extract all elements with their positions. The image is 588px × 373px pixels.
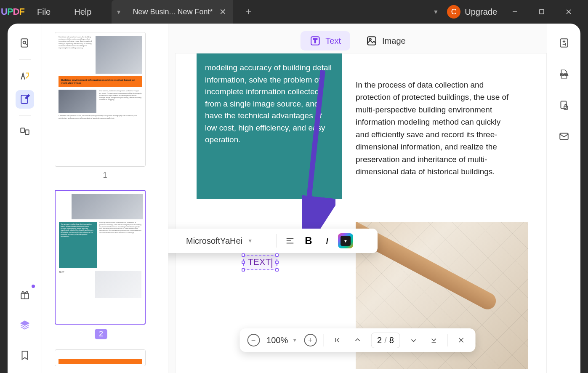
edit-mode-toolbar: T Text Image xyxy=(300,31,415,51)
search-tool[interactable] xyxy=(16,34,34,52)
thumb2-text-label: TEXT xyxy=(59,271,64,298)
page-thumbnail-2[interactable]: The present results show that through th… xyxy=(55,190,146,325)
svg-rect-8 xyxy=(21,128,24,133)
image-tool-label: Image xyxy=(382,36,406,46)
organize-tool[interactable] xyxy=(16,123,34,141)
close-window-button[interactable] xyxy=(559,5,578,19)
page-thumbnail-3[interactable] xyxy=(55,349,146,366)
main-area: Combined with practical cases, the build… xyxy=(8,24,580,373)
minimize-button[interactable] xyxy=(506,5,524,19)
text-icon: T xyxy=(309,35,320,46)
zoom-out-button[interactable]: − xyxy=(247,334,260,346)
svg-rect-14 xyxy=(367,37,376,45)
page-thumbnail-1[interactable]: Combined with practical cases, the build… xyxy=(55,32,146,167)
svg-rect-27 xyxy=(564,106,568,109)
maximize-button[interactable] xyxy=(532,5,551,19)
upgrade-button[interactable]: Upgrade xyxy=(465,7,497,17)
svg-text:PDF/A: PDF/A xyxy=(560,73,568,76)
page-sep: / xyxy=(384,336,387,345)
document-canvas: T Text Image modeling accuracy of buildi… xyxy=(168,24,547,373)
align-left-button[interactable] xyxy=(282,233,298,248)
convert-button[interactable] xyxy=(555,34,573,52)
gift-button[interactable] xyxy=(16,285,34,304)
menu-file[interactable]: File xyxy=(25,7,62,17)
document-tab[interactable]: New Busin... New Font* ✕ xyxy=(126,0,233,24)
text-tool-button[interactable]: T Text xyxy=(300,31,350,51)
svg-text:T: T xyxy=(313,37,317,44)
next-page-button[interactable] xyxy=(407,333,420,347)
zoom-in-button[interactable]: + xyxy=(304,334,317,346)
text-color-picker[interactable]: ▼ xyxy=(338,233,353,248)
image-icon xyxy=(366,35,377,46)
svg-rect-1 xyxy=(540,10,544,14)
app-logo: UPDF xyxy=(0,6,25,17)
user-avatar[interactable]: C xyxy=(447,5,460,19)
total-pages: 8 xyxy=(389,336,394,345)
titlebar-right: ▼ C Upgrade xyxy=(433,5,588,19)
close-tab-icon[interactable]: ✕ xyxy=(219,7,226,17)
zoom-page-toolbar: − 100% ▼ + 2 / 8 xyxy=(239,328,476,352)
page-view[interactable]: modeling accuracy of building detail inf… xyxy=(175,53,547,373)
edit-tool[interactable] xyxy=(16,90,34,109)
text-format-toolbar: 12 ▼ MicrosoftYaHei ▼ B I ▼ xyxy=(168,229,378,253)
caret-down-icon: ▼ xyxy=(292,337,297,343)
left-toolbar xyxy=(8,24,42,373)
teal-text-block[interactable]: modeling accuracy of building detail inf… xyxy=(197,53,342,199)
zoom-value: 100% xyxy=(266,336,288,345)
svg-rect-4 xyxy=(21,39,27,47)
tab-list-dropdown[interactable]: ▾ xyxy=(112,0,126,24)
page-number-input[interactable]: 2 / 8 xyxy=(371,333,400,348)
thumb1-number: 1 xyxy=(55,171,155,180)
font-size-select[interactable]: 12 ▼ xyxy=(168,236,174,246)
chevron-down-icon[interactable]: ▼ xyxy=(433,8,439,15)
zoom-level-select[interactable]: 100% ▼ xyxy=(266,336,297,345)
text-edit-box[interactable]: TEXT xyxy=(243,255,277,270)
bold-button[interactable]: B xyxy=(301,233,316,248)
image-tool-button[interactable]: Image xyxy=(357,31,415,51)
menu-help[interactable]: Help xyxy=(62,7,103,17)
body-text-block[interactable]: In the process of data collection and pr… xyxy=(356,79,516,178)
right-toolbar: PDF/A xyxy=(547,24,580,373)
caret-down-icon: ▼ xyxy=(247,238,253,244)
current-page: 2 xyxy=(377,336,382,345)
share-button[interactable] xyxy=(555,127,573,146)
new-tab-button[interactable]: + xyxy=(240,3,257,20)
thumbnail-panel: Combined with practical cases, the build… xyxy=(42,24,168,373)
prev-page-button[interactable] xyxy=(351,333,364,347)
annotate-tool[interactable] xyxy=(16,67,34,85)
bookmark-button[interactable] xyxy=(16,346,34,365)
svg-line-6 xyxy=(25,43,27,45)
italic-button[interactable]: I xyxy=(319,233,335,248)
first-page-button[interactable] xyxy=(330,333,344,347)
svg-rect-9 xyxy=(25,130,29,135)
titlebar: UPDF File Help ▾ New Busin... New Font* … xyxy=(0,0,588,24)
tab-area: ▾ New Busin... New Font* ✕ + xyxy=(112,0,257,24)
layers-button[interactable] xyxy=(16,316,34,334)
thumb2-number: 2 xyxy=(95,329,107,339)
thumb1-heading: Building environment information modelin… xyxy=(59,76,142,87)
pdfa-button[interactable]: PDF/A xyxy=(555,65,573,83)
protect-button[interactable] xyxy=(555,96,573,115)
close-toolbar-button[interactable] xyxy=(455,333,468,347)
font-family-select[interactable]: MicrosoftYaHei ▼ xyxy=(186,236,270,246)
editing-text: TEXT xyxy=(248,257,271,266)
last-page-button[interactable] xyxy=(427,333,441,347)
text-tool-label: Text xyxy=(325,36,341,46)
tab-title: New Busin... New Font* xyxy=(133,8,213,16)
font-family-value: MicrosoftYaHei xyxy=(186,236,242,246)
